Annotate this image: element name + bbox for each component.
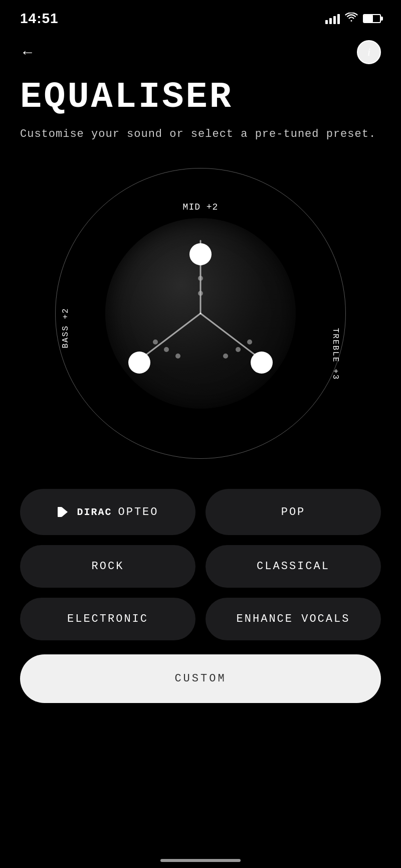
- page-title: EQUALISER: [20, 79, 381, 115]
- svg-line-2: [200, 313, 263, 361]
- rock-label: ROCK: [92, 560, 124, 573]
- dirac-text: DIRAC: [77, 506, 112, 518]
- custom-label: CUSTOM: [174, 672, 226, 685]
- opteo-label: OPTEO: [118, 506, 159, 518]
- preset-classical-button[interactable]: CLASSICAL: [206, 545, 381, 588]
- svg-point-4: [198, 276, 203, 281]
- pop-label: POP: [281, 506, 306, 518]
- classical-label: CLASSICAL: [257, 560, 330, 573]
- dirac-logo: DIRAC: [57, 504, 112, 520]
- svg-point-5: [198, 291, 203, 296]
- treble-label: TREBLE +3: [331, 328, 340, 380]
- presets-section: DIRAC OPTEO POP ROCK CLASSICAL ELECTRONI…: [0, 479, 401, 713]
- preset-enhance-vocals-button[interactable]: ENHANCE VOCALS: [206, 598, 381, 640]
- back-button[interactable]: ←: [20, 45, 35, 60]
- nav-bar: ← i: [0, 30, 401, 74]
- preset-electronic-button[interactable]: ELECTRONIC: [20, 598, 195, 640]
- treble-handle[interactable]: [251, 352, 273, 374]
- svg-point-10: [236, 347, 241, 352]
- presets-grid: DIRAC OPTEO POP ROCK CLASSICAL ELECTRONI…: [20, 489, 381, 640]
- svg-point-11: [247, 339, 252, 344]
- mid-handle[interactable]: [189, 243, 212, 265]
- svg-point-7: [164, 347, 169, 352]
- page-subtitle: Customise your sound or select a pre-tun…: [20, 125, 381, 143]
- custom-button[interactable]: CUSTOM: [20, 654, 381, 703]
- dirac-logo-icon: [57, 504, 73, 520]
- status-time: 14:51: [20, 11, 59, 27]
- eq-circle[interactable]: MID +2 BASS +2 TREBLE +3: [55, 168, 346, 459]
- electronic-label: ELECTRONIC: [67, 613, 148, 625]
- signal-icon: [325, 13, 340, 24]
- title-section: EQUALISER Customise your sound or select…: [0, 74, 401, 158]
- svg-point-9: [223, 354, 228, 359]
- bass-label: BASS +2: [61, 308, 70, 349]
- enhance-vocals-label: ENHANCE VOCALS: [237, 613, 350, 625]
- eq-visualizer[interactable]: MID +2 BASS +2 TREBLE +3: [0, 158, 401, 479]
- info-button[interactable]: i: [357, 40, 381, 64]
- svg-point-6: [153, 339, 158, 344]
- mid-label: MID +2: [183, 202, 219, 212]
- preset-pop-button[interactable]: POP: [206, 489, 381, 535]
- status-bar: 14:51: [0, 0, 401, 30]
- wifi-icon: [345, 13, 358, 25]
- battery-icon: [363, 14, 381, 23]
- svg-point-8: [175, 354, 180, 359]
- status-icons: [325, 13, 381, 25]
- bass-handle[interactable]: [128, 352, 150, 374]
- preset-rock-button[interactable]: ROCK: [20, 545, 195, 588]
- svg-line-1: [138, 313, 200, 361]
- svg-rect-12: [58, 507, 62, 517]
- preset-dirac-opteo-button[interactable]: DIRAC OPTEO: [20, 489, 195, 535]
- home-indicator: [160, 859, 241, 862]
